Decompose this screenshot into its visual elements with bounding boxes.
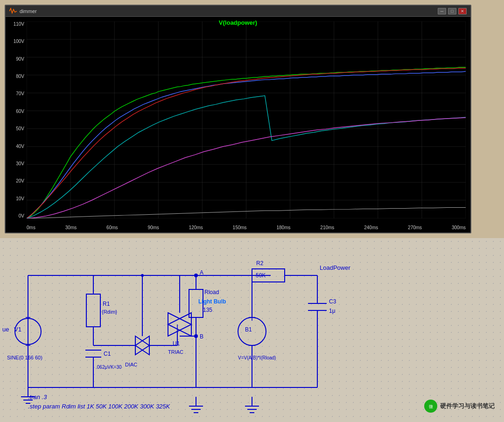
svg-text:Rload: Rload [204, 289, 219, 295]
svg-text:.tran .3: .tran .3 [28, 394, 47, 401]
svg-text:Light Bulb: Light Bulb [198, 298, 226, 305]
graph-window: dimmer ─ □ ✕ V(loadpower) 110V 100V 90V … [5, 5, 471, 233]
y-label-90: 90V [16, 56, 24, 62]
minimize-button[interactable]: ─ [438, 8, 446, 14]
wechat-icon: 微 [424, 400, 437, 413]
x-label-180ms: 180ms [276, 225, 290, 230]
y-label-110: 110V [14, 21, 24, 27]
svg-text:{Rdim}: {Rdim} [102, 309, 117, 315]
y-label-80: 80V [16, 74, 24, 79]
plot-area [27, 21, 466, 218]
watermark-label: 硬件学习与读书笔记 [440, 402, 495, 410]
y-label-40: 40V [16, 144, 24, 149]
graph-content: V(loadpower) 110V 100V 90V 80V 70V 60V 5… [6, 17, 470, 232]
svg-marker-52 [168, 313, 191, 336]
svg-text:TRIAC: TRIAC [168, 349, 183, 355]
waveform-icon [9, 7, 17, 15]
svg-text:V1: V1 [14, 326, 21, 333]
svg-text:.step param Rdim list 1K 50K 1: .step param Rdim list 1K 50K 100K 200K 3… [28, 403, 171, 410]
watermark: 微 硬件学习与读书笔记 [424, 400, 495, 413]
svg-text:135: 135 [203, 307, 212, 313]
y-axis: 110V 100V 90V 80V 70V 60V 50V 40V 30V 20… [6, 21, 27, 218]
plot-title: V(loadpower) [219, 19, 257, 26]
y-label-0: 0V [19, 213, 24, 218]
svg-text:A: A [200, 269, 203, 276]
x-axis: 0ms 30ms 60ms 90ms 120ms 150ms 180ms 210… [27, 225, 466, 230]
graph-titlebar: dimmer ─ □ ✕ [6, 6, 470, 17]
svg-text:.062μVK=30: .062μVK=30 [96, 365, 122, 370]
y-label-50: 50V [16, 126, 24, 131]
y-label-10: 10V [16, 196, 24, 201]
y-label-100: 100V [14, 39, 24, 44]
svg-text:R1: R1 [103, 301, 110, 307]
svg-text:LoadPower: LoadPower [320, 264, 350, 271]
svg-text:V=V(A,B)*I(Rload): V=V(A,B)*I(Rload) [238, 355, 276, 360]
svg-text:DIAC: DIAC [125, 362, 137, 367]
svg-text:1μ: 1μ [329, 308, 336, 314]
svg-text:C1: C1 [104, 351, 111, 357]
x-label-210ms: 210ms [320, 225, 334, 230]
svg-marker-51 [168, 313, 191, 336]
svg-text:B1: B1 [245, 326, 252, 333]
x-label-270ms: 270ms [408, 225, 422, 230]
svg-text:U1: U1 [173, 340, 180, 347]
svg-text:ue: ue [2, 326, 9, 333]
svg-text:微: 微 [429, 404, 433, 409]
svg-marker-45 [135, 336, 149, 355]
svg-point-107 [141, 274, 144, 277]
x-label-0ms: 0ms [27, 225, 35, 230]
svg-rect-34 [86, 294, 100, 327]
schematic-area: V1 SINE(0 166 60) R1 {Rdim} C1 .062μVK=3… [0, 238, 504, 422]
svg-text:50K: 50K [256, 272, 266, 279]
y-label-30: 30V [16, 161, 24, 166]
close-button[interactable]: ✕ [458, 8, 467, 14]
maximize-button[interactable]: □ [448, 8, 456, 14]
schematic-svg: V1 SINE(0 166 60) R1 {Rdim} C1 .062μVK=3… [0, 238, 504, 422]
svg-text:B: B [200, 333, 203, 340]
x-label-300ms: 300ms [452, 225, 466, 230]
x-label-240ms: 240ms [364, 225, 378, 230]
x-label-30ms: 30ms [65, 225, 77, 230]
x-label-120ms: 120ms [189, 225, 203, 230]
svg-text:R2: R2 [256, 260, 264, 267]
y-label-70: 70V [16, 91, 24, 96]
x-label-60ms: 60ms [106, 225, 118, 230]
svg-point-78 [238, 317, 266, 345]
window-title: dimmer [20, 8, 438, 14]
y-label-60: 60V [16, 109, 24, 114]
x-label-150ms: 150ms [233, 225, 247, 230]
titlebar-buttons: ─ □ ✕ [438, 8, 467, 14]
x-label-90ms: 90ms [147, 225, 159, 230]
y-label-20: 20V [16, 178, 24, 183]
svg-text:C3: C3 [329, 298, 336, 305]
plot-svg [27, 21, 466, 218]
svg-text:SINE(0 166 60): SINE(0 166 60) [7, 355, 42, 360]
svg-marker-44 [135, 336, 149, 355]
